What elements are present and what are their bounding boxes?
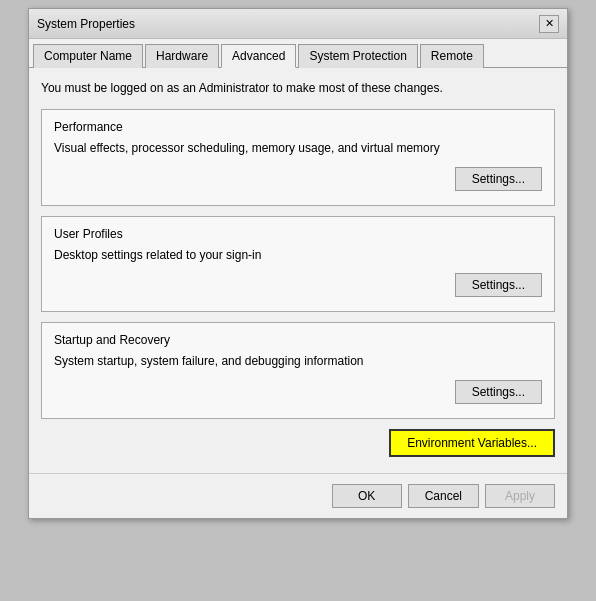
startup-recovery-section: Startup and Recovery System startup, sys… (41, 322, 555, 419)
startup-recovery-title: Startup and Recovery (54, 333, 542, 347)
tab-hardware[interactable]: Hardware (145, 44, 219, 68)
title-bar-controls: ✕ (539, 15, 559, 33)
cancel-button[interactable]: Cancel (408, 484, 479, 508)
environment-variables-button[interactable]: Environment Variables... (389, 429, 555, 457)
close-button[interactable]: ✕ (539, 15, 559, 33)
tab-remote[interactable]: Remote (420, 44, 484, 68)
performance-settings-button[interactable]: Settings... (455, 167, 542, 191)
tab-computer-name[interactable]: Computer Name (33, 44, 143, 68)
tab-system-protection[interactable]: System Protection (298, 44, 417, 68)
window-title: System Properties (37, 17, 135, 31)
performance-section: Performance Visual effects, processor sc… (41, 109, 555, 206)
user-profiles-settings-button[interactable]: Settings... (455, 273, 542, 297)
bottom-bar: OK Cancel Apply (29, 473, 567, 518)
ok-button[interactable]: OK (332, 484, 402, 508)
system-properties-window: System Properties ✕ Computer Name Hardwa… (28, 8, 568, 519)
title-bar: System Properties ✕ (29, 9, 567, 39)
user-profiles-btn-row: Settings... (54, 273, 542, 297)
apply-button[interactable]: Apply (485, 484, 555, 508)
performance-btn-row: Settings... (54, 167, 542, 191)
user-profiles-desc: Desktop settings related to your sign-in (54, 247, 542, 264)
env-variables-row: Environment Variables... (41, 429, 555, 457)
performance-desc: Visual effects, processor scheduling, me… (54, 140, 542, 157)
user-profiles-section: User Profiles Desktop settings related t… (41, 216, 555, 313)
startup-recovery-btn-row: Settings... (54, 380, 542, 404)
tab-advanced[interactable]: Advanced (221, 44, 296, 68)
tab-content: You must be logged on as an Administrato… (29, 68, 567, 473)
startup-recovery-settings-button[interactable]: Settings... (455, 380, 542, 404)
tab-bar: Computer Name Hardware Advanced System P… (29, 39, 567, 68)
performance-title: Performance (54, 120, 542, 134)
startup-recovery-desc: System startup, system failure, and debu… (54, 353, 542, 370)
admin-info-text: You must be logged on as an Administrato… (41, 80, 555, 97)
user-profiles-title: User Profiles (54, 227, 542, 241)
